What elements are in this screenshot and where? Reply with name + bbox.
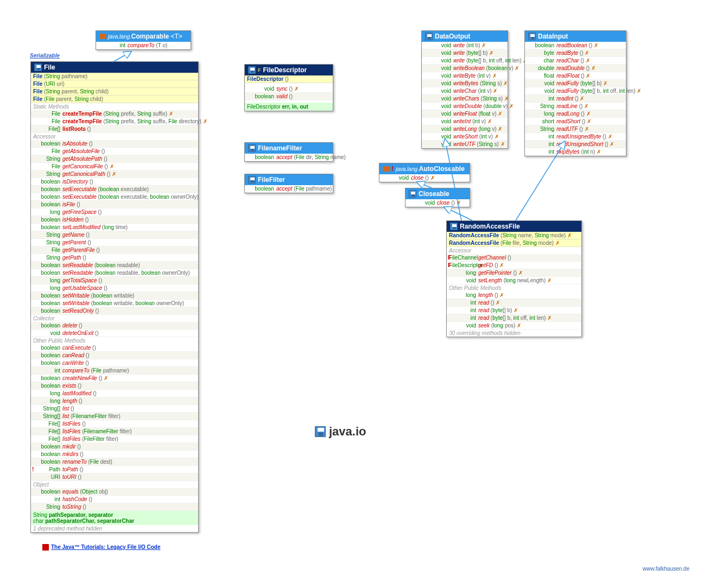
method-row: intreadUnsignedByte () ✗: [525, 133, 626, 141]
raf-hidden-note: 30 overriding methods hidden: [447, 330, 581, 337]
method-row: booleandelete (): [31, 322, 198, 330]
interface-filenamefilter: FilenameFilter booleanaccept (File dir, …: [244, 142, 333, 162]
method-row: booleansetReadOnly (): [31, 307, 198, 315]
method-row: booleansetExecutable (boolean executable…: [31, 186, 198, 193]
cup-icon: [99, 34, 106, 39]
method-row: booleanmkdir (): [31, 443, 198, 451]
disk-icon: [450, 223, 458, 230]
method-row: voidwriteBoolean (boolean v) ✗: [422, 65, 508, 72]
method-row: voidwrite (byte[] b) ✗: [422, 49, 508, 57]
datainput-header: DataInput: [525, 31, 626, 42]
interface-comparable: java.lang.Comparable <T> intcompareTo (T…: [96, 30, 191, 50]
disk-icon: [528, 33, 536, 40]
method-row: booleanisHidden (): [31, 216, 198, 224]
method-row: intread (byte[] b, int off, int len) ✗: [447, 314, 581, 322]
method-row: File[]listFiles (FilenameFilter filter): [31, 428, 198, 435]
method-row: booleansetExecutable (boolean executable…: [31, 193, 198, 201]
disk-icon: [248, 144, 256, 152]
oracle-icon: [42, 544, 49, 551]
constructor-row: RandomAccessFile (String name, String mo…: [447, 232, 581, 239]
svg-line-4: [418, 182, 432, 188]
interface-dataoutput: DataOutput voidwrite (int b) ✗voidwrite …: [421, 30, 508, 149]
method-row: longlength () ✗: [447, 292, 581, 299]
method-row: StringgetParent (): [31, 239, 198, 246]
method-row: voidwriteUTF (String s) ✗: [422, 141, 508, 148]
method-row: booleanisFile (): [31, 201, 198, 208]
method-row: StringreadLine () ✗: [525, 103, 626, 110]
cup-icon: [383, 166, 389, 172]
method-row: FilegetAbsoluteFile (): [31, 148, 198, 155]
method-row: voidreadFully (byte[] b) ✗: [525, 80, 626, 87]
method-row: intcompareTo (T o): [96, 42, 191, 49]
method-row: voidclose () ✗: [379, 174, 470, 182]
constructor-row: File (String parent, String child): [31, 88, 198, 96]
svg-line-0: [114, 52, 130, 61]
disk-icon: [409, 190, 416, 198]
filedescriptor-header: F FileDescriptor: [245, 65, 333, 75]
section-label: Collector: [31, 315, 198, 322]
method-row: File[]listFiles (FileFilter filter): [31, 435, 198, 443]
filefilter-header: FileFilter: [245, 174, 333, 185]
method-row: booleanaccept (File pathname): [245, 185, 333, 193]
method-row: voidclose () ✗: [406, 199, 470, 207]
interface-closeable: Closeable voidclose () ✗: [405, 188, 470, 207]
method-row: StringgetCanonicalPath () ✗: [31, 170, 198, 178]
closeable-header: Closeable: [406, 188, 470, 199]
autocloseable-header: ! java.lang.AutoCloseable: [379, 163, 470, 174]
disk-icon: [315, 426, 326, 437]
method-row: StringgetAbsolutePath (): [31, 155, 198, 163]
static-field: FileDescriptor err, in, out: [247, 104, 331, 110]
section-label: Static Methods: [31, 103, 198, 110]
method-row: booleanaccept (File dir, String name): [245, 154, 333, 161]
method-row: booleanrenameTo (File dest): [31, 458, 198, 466]
method-row: voidwrite (byte[] b, int off, int len) ✗: [422, 57, 508, 65]
section-label: Other Public Methods: [447, 284, 581, 292]
method-row: FilecreateTempFile (String prefix, Strin…: [31, 118, 198, 125]
method-row: FFileChannelgetChannel (): [447, 254, 581, 262]
filedescriptor-static-fields: FileDescriptor err, in, out: [245, 103, 333, 111]
disk-icon: [34, 64, 42, 71]
class-filedescriptor: F FileDescriptor FileDescriptor () voids…: [244, 64, 333, 111]
method-row: booleancanWrite (): [31, 359, 198, 367]
static-field: char pathSeparatorChar, separatorChar: [33, 518, 196, 524]
method-row: booleancanRead (): [31, 352, 198, 359]
method-row: voidwriteShort (int v) ✗: [422, 133, 508, 141]
method-row: voidwriteInt (int v) ✗: [422, 118, 508, 125]
method-row: longreadLong () ✗: [525, 110, 626, 118]
method-row: !PathtoPath (): [31, 466, 198, 473]
method-row: String[]list (FilenameFilter filter): [31, 413, 198, 420]
class-randomaccessfile: RandomAccessFile RandomAccessFile (Strin…: [446, 220, 582, 337]
method-row: StringtoString (): [31, 503, 198, 511]
method-row: voiddeleteOnExit (): [31, 330, 198, 337]
method-row: booleanisDirectory (): [31, 178, 198, 186]
method-row: booleancanExecute (): [31, 344, 198, 352]
method-row: charreadChar () ✗: [525, 57, 626, 65]
method-row: booleanisAbsolute (): [31, 140, 198, 148]
static-field: String pathSeparator, separator: [33, 512, 196, 518]
constructor-row: FileDescriptor (): [245, 75, 333, 83]
method-row: voidwrite (int b) ✗: [422, 42, 508, 49]
method-row: voidwriteByte (int v) ✗: [422, 72, 508, 80]
method-row: FilegetParentFile (): [31, 246, 198, 254]
disk-icon: [248, 176, 256, 184]
file-static-fields: String pathSeparator, separatorchar path…: [31, 511, 198, 525]
method-row: intread (byte[] b) ✗: [447, 307, 581, 314]
package-label: java.io: [315, 425, 366, 439]
method-row: File[]listRoots (): [31, 125, 198, 133]
comparable-header: java.lang.Comparable <T>: [96, 31, 191, 42]
dataoutput-header: DataOutput: [422, 31, 508, 42]
method-row: StringreadUTF () ✗: [525, 125, 626, 133]
method-row: longlength (): [31, 397, 198, 405]
tutorial-link[interactable]: The Java™ Tutorials: Legacy File I/O Cod…: [42, 544, 161, 551]
method-row: shortreadShort () ✗: [525, 118, 626, 125]
section-label: Object: [31, 481, 198, 488]
section-label: Accessor: [31, 133, 198, 140]
method-row: booleanequals (Object obj): [31, 488, 198, 496]
method-row: booleansetWritable (boolean writable, bo…: [31, 300, 198, 307]
method-row: voidwriteChar (int v) ✗: [422, 87, 508, 95]
method-row: longgetTotalSpace (): [31, 277, 198, 284]
method-row: booleansetWritable (boolean writable): [31, 292, 198, 300]
method-row: intread () ✗: [447, 299, 581, 307]
method-row: booleanreadBoolean () ✗: [525, 42, 626, 49]
method-row: voidwriteDouble (double v) ✗: [422, 103, 508, 110]
